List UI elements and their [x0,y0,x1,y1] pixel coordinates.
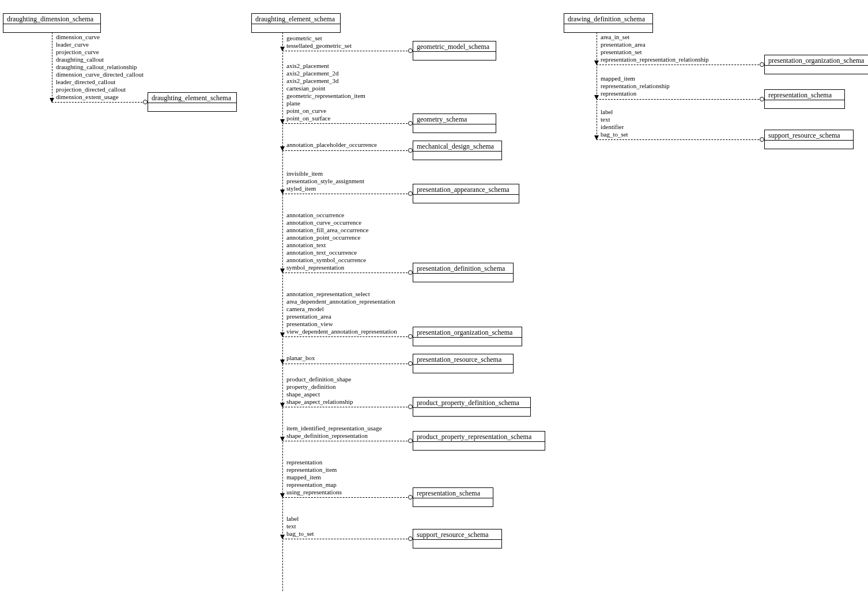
target-presentation-resource-schema: presentation_resource_schema [413,354,514,373]
schema-title: draughting_dimension_schema [3,14,100,24]
schema-title: presentation_organization_schema [765,55,868,66]
connector-circle-icon [143,100,148,104]
chevron-down-icon [280,47,285,51]
target-product-property-representation-schema: product_property_representation_schema [413,431,545,451]
connector-circle-icon [408,536,413,541]
connector-circle-icon [408,48,413,53]
schema-title: geometry_schema [413,114,496,124]
chevron-down-icon [280,268,285,273]
chevron-down-icon [594,135,599,140]
items-elem-resource: planar_box [286,354,315,362]
items-elem-prop-def: product_definition_shape property_defini… [286,376,353,406]
connector-circle-icon [760,97,764,101]
connector-circle-icon [408,270,413,275]
target-presentation-organization-schema: presentation_organization_schema [413,327,522,346]
items-elem-support: label text bag_to_set [286,515,314,538]
schema-title: draughting_element_schema [148,93,236,103]
connector-circle-icon [760,62,764,67]
items-elem-representation: representation representation_item mappe… [286,459,342,496]
chevron-down-icon [280,146,285,151]
items-elem-geometric-model: geometric_set tessellated_geometric_set [286,35,352,50]
target-presentation-definition-schema: presentation_definition_schema [413,263,514,282]
source-drawing-definition-schema: drawing_definition_schema [564,13,653,33]
items-drawing-presorg: area_in_set presentation_area presentati… [601,33,709,63]
target-mechanical-design-schema: mechanical_design_schema [413,141,502,160]
target-support-resource-schema-col3: support_resource_schema [764,130,854,149]
schema-title: presentation_resource_schema [413,354,513,365]
target-representation-schema-col2: representation_schema [413,487,493,507]
target-representation-schema-col3: representation_schema [764,89,845,109]
schema-title: geometric_model_schema [413,41,496,52]
chevron-down-icon [280,332,285,337]
schema-title: support_resource_schema [413,529,501,540]
items-elem-appearance: invisible_item presentation_style_assign… [286,170,364,192]
target-draughting-element-schema-col1: draughting_element_schema [148,92,237,112]
chevron-down-icon [280,119,285,124]
target-presentation-organization-schema-col3: presentation_organization_schema [764,55,868,74]
chevron-down-icon [594,95,599,100]
target-presentation-appearance-schema: presentation_appearance_schema [413,184,519,203]
items-dim-to-elem: dimension_curve leader_curve projection_… [56,33,144,101]
target-geometry-schema: geometry_schema [413,114,496,133]
chevron-down-icon [280,437,285,441]
schema-title: product_property_definition_schema [413,398,530,408]
target-support-resource-schema-col2: support_resource_schema [413,529,502,549]
schema-title: representation_schema [765,90,844,100]
schema-title: product_property_representation_schema [413,432,545,442]
connector-circle-icon [408,361,413,366]
source-draughting-dimension-schema: draughting_dimension_schema [3,13,101,33]
items-drawing-rep: mapped_item representation_relationship … [601,75,670,97]
schema-title: presentation_organization_schema [413,327,522,338]
items-elem-mechanical: annotation_placeholder_occurrence [286,141,377,149]
connector-circle-icon [408,334,413,339]
connector-circle-icon [408,438,413,443]
connector-circle-icon [408,495,413,500]
chevron-down-icon [280,403,285,407]
connector-circle-icon [408,191,413,196]
items-elem-organization: annotation_representation_select area_de… [286,290,397,335]
items-elem-definition: annotation_occurrence annotation_curve_o… [286,211,368,271]
target-product-property-definition-schema: product_property_definition_schema [413,397,531,417]
chevron-down-icon [50,98,54,103]
chevron-down-icon [594,60,599,65]
connector-circle-icon [408,148,413,153]
connector-circle-icon [408,121,413,126]
items-drawing-support: label text identifier bag_to_set [601,108,628,138]
schema-title: drawing_definition_schema [564,14,652,24]
chevron-down-icon [280,190,285,194]
target-geometric-model-schema: geometric_model_schema [413,41,496,60]
chevron-down-icon [280,360,285,364]
source-draughting-element-schema: draughting_element_schema [251,13,341,33]
schema-title: mechanical_design_schema [413,141,501,152]
chevron-down-icon [280,493,285,498]
schema-title: support_resource_schema [765,130,853,141]
schema-title: presentation_appearance_schema [413,184,519,195]
schema-title: presentation_definition_schema [413,263,513,274]
chevron-down-icon [280,535,285,539]
connector-circle-icon [408,404,413,409]
schema-title: draughting_element_schema [252,14,340,24]
items-elem-geometry: axis2_placement axis2_placement_2d axis2… [286,62,365,122]
connector-circle-icon [760,137,764,142]
schema-title: representation_schema [413,488,493,498]
items-elem-prop-rep: item_identified_representation_usage sha… [286,425,382,440]
